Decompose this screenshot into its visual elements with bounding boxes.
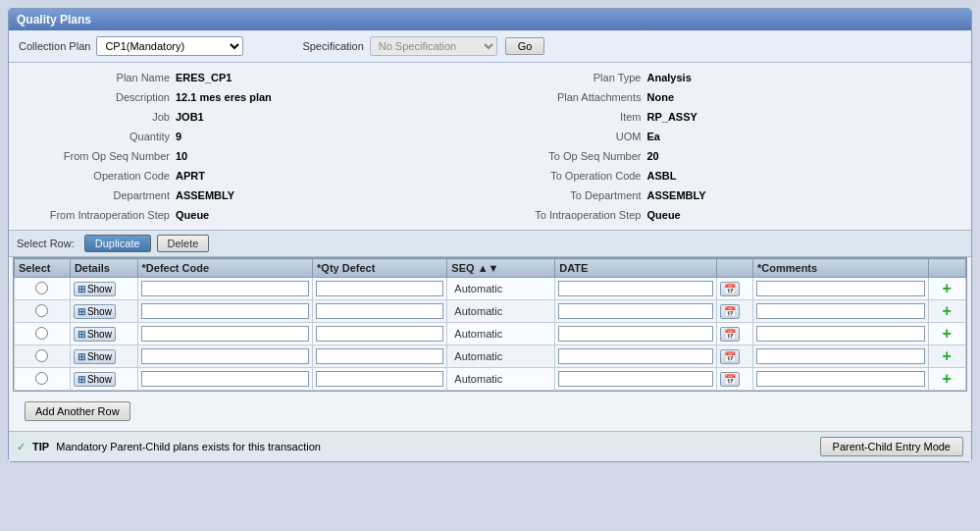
calendar-button-2[interactable]: 📅	[720, 327, 740, 342]
row-date-cell-0	[555, 278, 717, 300]
row-seq-cell-0: Automatic	[447, 278, 555, 300]
row-qty-cell-0	[313, 278, 447, 300]
department-row: Department ASSEMBLY	[19, 186, 490, 204]
row-cal-cell-0: 📅	[716, 278, 752, 300]
specification-section: Specification No Specification Go	[302, 36, 544, 56]
show-button-2[interactable]: ⊞Show	[74, 327, 116, 342]
sort-icon[interactable]: ▲▼	[478, 262, 499, 274]
seq-auto-text-2: Automatic	[450, 327, 506, 341]
calendar-icon-4: 📅	[724, 374, 736, 385]
qty-defect-input-3[interactable]	[316, 348, 443, 364]
row-select-cell-3	[15, 345, 71, 368]
defect-code-input-1[interactable]	[141, 303, 310, 319]
add-row-plus-icon-3[interactable]: +	[939, 347, 955, 364]
collection-plan-select[interactable]: CP1(Mandatory)	[96, 36, 243, 56]
show-plus-icon-2: ⊞	[77, 329, 85, 340]
table-row: ⊞Show Automatic 📅 +	[15, 368, 966, 391]
row-date-cell-3	[555, 345, 717, 368]
specification-select[interactable]: No Specification	[370, 36, 497, 56]
calendar-button-1[interactable]: 📅	[720, 304, 740, 319]
data-table-wrapper: Select Details *Defect Code *Qty Defect …	[13, 257, 967, 392]
select-row-label: Select Row:	[17, 238, 75, 249]
to-intraop-value: Queue	[647, 209, 681, 221]
from-intraop-value: Queue	[176, 209, 209, 221]
row-comments-cell-4	[753, 368, 929, 391]
tip-section: ✓ TIP Mandatory Parent-Child plans exist…	[17, 441, 321, 453]
date-input-1[interactable]	[558, 303, 713, 319]
show-button-4[interactable]: ⊞Show	[74, 372, 116, 387]
row-details-cell-0: ⊞Show	[70, 278, 137, 300]
comments-input-1[interactable]	[756, 303, 925, 319]
row-date-cell-2	[555, 323, 717, 345]
job-row: Job JOB1	[19, 108, 490, 126]
row-radio-2[interactable]	[35, 327, 48, 340]
qty-defect-input-4[interactable]	[316, 371, 443, 387]
from-op-seq-row: From Op Seq Number 10	[19, 147, 490, 165]
operation-code-label: Operation Code	[19, 170, 176, 182]
add-row-plus-icon-2[interactable]: +	[939, 325, 955, 342]
calendar-button-4[interactable]: 📅	[720, 372, 740, 387]
add-row-plus-icon-1[interactable]: +	[939, 302, 955, 319]
job-label: Job	[19, 111, 176, 123]
row-cal-cell-2: 📅	[716, 323, 752, 345]
comments-input-2[interactable]	[756, 326, 925, 342]
col-header-add	[928, 259, 965, 278]
calendar-button-0[interactable]: 📅	[720, 282, 740, 296]
calendar-button-3[interactable]: 📅	[720, 349, 740, 364]
date-input-4[interactable]	[558, 371, 713, 387]
col-header-date: DATE	[555, 259, 717, 278]
calendar-icon-3: 📅	[724, 351, 736, 362]
row-radio-0[interactable]	[35, 282, 48, 294]
defect-code-input-2[interactable]	[141, 326, 310, 342]
item-label: Item	[490, 111, 647, 123]
date-input-0[interactable]	[558, 281, 713, 296]
defect-code-input-3[interactable]	[141, 348, 310, 364]
comments-input-0[interactable]	[756, 281, 925, 296]
show-button-0[interactable]: ⊞Show	[74, 282, 116, 296]
date-input-2[interactable]	[558, 326, 713, 342]
row-radio-4[interactable]	[35, 372, 48, 385]
description-row: Description 12.1 mes eres plan	[19, 88, 490, 106]
show-button-1[interactable]: ⊞Show	[74, 304, 116, 319]
item-row: Item RP_ASSY	[490, 108, 962, 126]
qty-defect-input-1[interactable]	[316, 303, 443, 319]
calendar-icon-1: 📅	[724, 306, 736, 317]
delete-button[interactable]: Delete	[157, 235, 210, 252]
add-row-plus-icon-0[interactable]: +	[939, 280, 955, 296]
seq-auto-text-0: Automatic	[450, 282, 506, 295]
plan-attach-value: None	[647, 91, 675, 103]
to-op-code-value: ASBL	[647, 170, 677, 182]
row-radio-1[interactable]	[35, 304, 48, 317]
date-input-3[interactable]	[558, 348, 713, 364]
operation-code-value: APRT	[176, 170, 205, 182]
plan-name-label: Plan Name	[19, 72, 176, 83]
col-header-seq: SEQ ▲▼	[447, 259, 555, 278]
comments-input-3[interactable]	[756, 348, 925, 364]
defect-code-input-4[interactable]	[141, 371, 310, 387]
add-row-plus-icon-4[interactable]: +	[939, 370, 955, 387]
row-seq-cell-4: Automatic	[447, 368, 555, 391]
uom-row: UOM Ea	[490, 128, 962, 145]
tip-message: Mandatory Parent-Child plans exists for …	[56, 441, 321, 452]
go-button[interactable]: Go	[505, 37, 545, 55]
from-op-seq-value: 10	[176, 150, 187, 162]
row-radio-3[interactable]	[35, 349, 48, 362]
parent-child-entry-button[interactable]: Parent-Child Entry Mode	[820, 437, 963, 456]
row-add-cell-0: +	[928, 278, 965, 300]
duplicate-button[interactable]: Duplicate	[84, 235, 151, 252]
to-intraop-label: To Intraoperation Step	[490, 209, 647, 221]
row-defect-code-cell-3	[137, 345, 313, 368]
row-comments-cell-1	[753, 300, 929, 323]
defect-code-input-0[interactable]	[141, 281, 310, 296]
add-another-row-button[interactable]: Add Another Row	[25, 401, 130, 421]
show-button-3[interactable]: ⊞Show	[74, 349, 116, 364]
row-date-cell-1	[555, 300, 717, 323]
qty-defect-input-2[interactable]	[316, 326, 443, 342]
comments-input-4[interactable]	[756, 371, 925, 387]
qty-defect-input-0[interactable]	[316, 281, 443, 296]
row-select-cell-4	[15, 368, 71, 391]
table-row: ⊞Show Automatic 📅 +	[15, 323, 966, 345]
row-details-cell-2: ⊞Show	[70, 323, 137, 345]
row-defect-code-cell-1	[137, 300, 313, 323]
to-intraop-row: To Intraoperation Step Queue	[490, 206, 962, 224]
